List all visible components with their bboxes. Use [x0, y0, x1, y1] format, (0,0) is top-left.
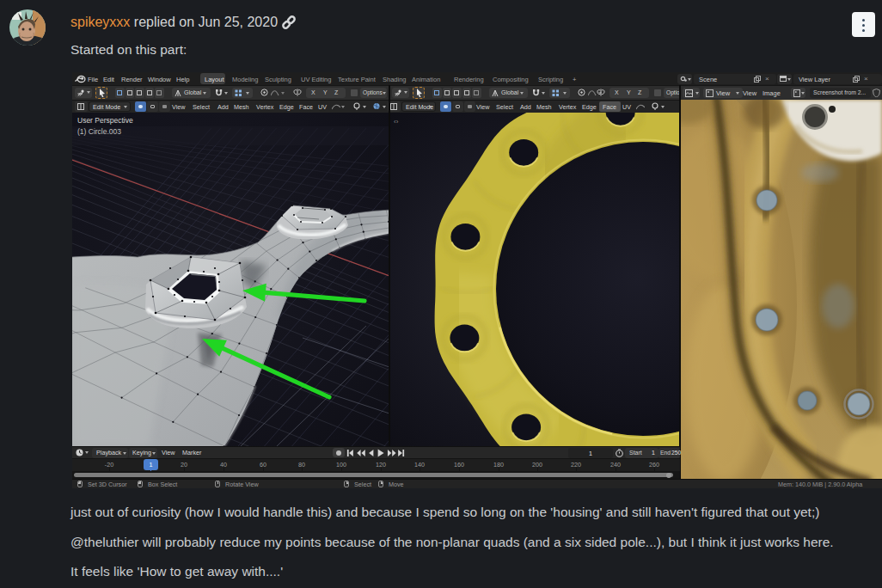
- svg-text:User Perspective: User Perspective: [77, 116, 133, 125]
- svg-text:(1) Circle.003: (1) Circle.003: [77, 127, 121, 136]
- svg-text:‹›: ‹›: [394, 118, 399, 126]
